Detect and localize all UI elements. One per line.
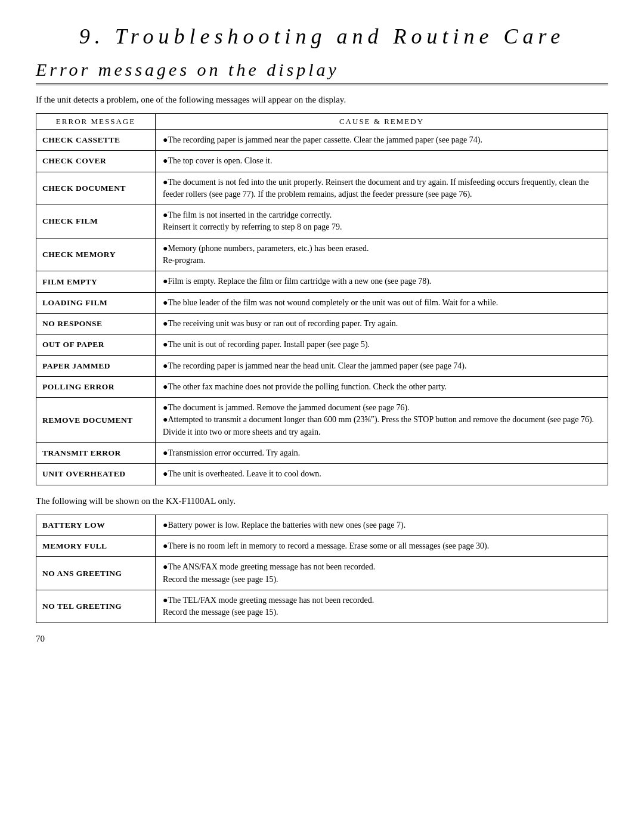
extra-cause-cell: ●The ANS/FAX mode greeting message has n… — [156, 557, 608, 590]
following-text: The following will be shown on the KX-F1… — [36, 496, 608, 506]
table-row: POLLING ERROR●The other fax machine does… — [36, 376, 608, 397]
error-table: ERROR MESSAGE CAUSE & REMEDY CHECK CASSE… — [36, 113, 608, 485]
table-row: PAPER JAMMED●The recording paper is jamm… — [36, 355, 608, 376]
table-row: CHECK COVER●The top cover is open. Close… — [36, 151, 608, 172]
table-row: FILM EMPTY●Film is empty. Replace the fi… — [36, 271, 608, 292]
table-row: OUT OF PAPER●The unit is out of recordin… — [36, 335, 608, 355]
cause-remedy-header: CAUSE & REMEDY — [156, 114, 608, 130]
error-cell: FILM EMPTY — [36, 271, 156, 292]
extra-table-row: MEMORY FULL●There is no room left in mem… — [36, 535, 608, 556]
error-cell: POLLING ERROR — [36, 376, 156, 397]
cause-cell: ●The document is jammed. Remove the jamm… — [156, 398, 608, 443]
extra-cause-cell: ●Battery power is low. Replace the batte… — [156, 515, 608, 535]
table-row: UNIT OVERHEATED●The unit is overheated. … — [36, 464, 608, 485]
cause-cell: ●The top cover is open. Close it. — [156, 151, 608, 172]
extra-error-cell: BATTERY LOW — [36, 515, 156, 535]
cause-cell: ●The recording paper is jammed near the … — [156, 130, 608, 151]
error-cell: CHECK CASSETTE — [36, 130, 156, 151]
cause-cell: ●The document is not fed into the unit p… — [156, 172, 608, 205]
cause-cell: ●The receiving unit was busy or ran out … — [156, 313, 608, 334]
extra-cause-cell: ●The TEL/FAX mode greeting message has n… — [156, 590, 608, 623]
extra-table-row: BATTERY LOW●Battery power is low. Replac… — [36, 515, 608, 535]
error-cell: TRANSMIT ERROR — [36, 443, 156, 464]
table-row: NO RESPONSE●The receiving unit was busy … — [36, 313, 608, 334]
error-cell: UNIT OVERHEATED — [36, 464, 156, 485]
error-cell: CHECK FILM — [36, 205, 156, 239]
section-title: Error messages on the display — [36, 60, 608, 85]
cause-cell: ●Memory (phone numbers, parameters, etc.… — [156, 238, 608, 271]
cause-cell: ●The unit is out of recording paper. Ins… — [156, 335, 608, 355]
cause-cell: ●Transmission error occurred. Try again. — [156, 443, 608, 464]
cause-cell: ●Film is empty. Replace the film or film… — [156, 271, 608, 292]
cause-cell: ●The recording paper is jammed near the … — [156, 355, 608, 376]
extra-table-row: NO TEL GREETING●The TEL/FAX mode greetin… — [36, 590, 608, 623]
error-message-header: ERROR MESSAGE — [36, 114, 156, 130]
error-cell: REMOVE DOCUMENT — [36, 398, 156, 443]
table-row: CHECK FILM●The film is not inserted in t… — [36, 205, 608, 239]
error-cell: NO RESPONSE — [36, 313, 156, 334]
extra-cause-cell: ●There is no room left in memory to reco… — [156, 535, 608, 556]
extra-error-cell: NO TEL GREETING — [36, 590, 156, 623]
cause-cell: ●The film is not inserted in the cartrid… — [156, 205, 608, 239]
error-cell: CHECK MEMORY — [36, 238, 156, 271]
table-row: TRANSMIT ERROR●Transmission error occurr… — [36, 443, 608, 464]
error-cell: LOADING FILM — [36, 292, 156, 313]
page-number: 70 — [36, 634, 608, 644]
table-row: REMOVE DOCUMENT●The document is jammed. … — [36, 398, 608, 443]
error-cell: PAPER JAMMED — [36, 355, 156, 376]
extra-table-row: NO ANS GREETING●The ANS/FAX mode greetin… — [36, 557, 608, 590]
extra-error-cell: NO ANS GREETING — [36, 557, 156, 590]
cause-cell: ●The unit is overheated. Leave it to coo… — [156, 464, 608, 485]
cause-cell: ●The other fax machine does not provide … — [156, 376, 608, 397]
table-row: LOADING FILM●The blue leader of the film… — [36, 292, 608, 313]
table-row: CHECK DOCUMENT●The document is not fed i… — [36, 172, 608, 205]
error-cell: CHECK DOCUMENT — [36, 172, 156, 205]
intro-text: If the unit detects a problem, one of th… — [36, 95, 608, 105]
table-row: CHECK MEMORY●Memory (phone numbers, para… — [36, 238, 608, 271]
error-cell: OUT OF PAPER — [36, 335, 156, 355]
extra-table: BATTERY LOW●Battery power is low. Replac… — [36, 515, 608, 624]
cause-cell: ●The blue leader of the film was not wou… — [156, 292, 608, 313]
error-cell: CHECK COVER — [36, 151, 156, 172]
extra-error-cell: MEMORY FULL — [36, 535, 156, 556]
table-row: CHECK CASSETTE●The recording paper is ja… — [36, 130, 608, 151]
main-title: 9. Troubleshooting and Routine Care — [36, 24, 608, 49]
